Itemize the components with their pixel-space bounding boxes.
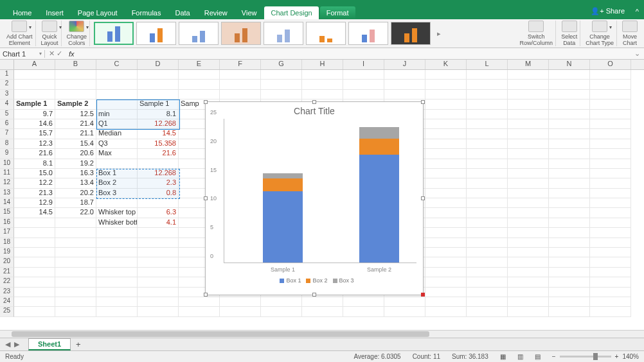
cell[interactable]	[96, 80, 138, 89]
cell[interactable]	[138, 288, 179, 297]
cell[interactable]	[549, 189, 590, 198]
cell[interactable]	[590, 90, 631, 99]
cell[interactable]	[549, 110, 590, 119]
cell[interactable]	[508, 228, 549, 237]
cell[interactable]	[425, 238, 467, 248]
cell[interactable]	[302, 297, 343, 307]
cell[interactable]	[508, 99, 549, 109]
cell[interactable]	[14, 297, 55, 307]
chart-bar[interactable]: Sample 1	[263, 173, 303, 263]
cell[interactable]	[220, 80, 261, 89]
cell[interactable]	[14, 277, 55, 287]
chart-plot-area[interactable]: 0510152025Sample 1Sample 2	[224, 119, 416, 263]
cell[interactable]	[55, 218, 96, 228]
cell[interactable]	[467, 90, 508, 99]
chart-bar[interactable]: Sample 2	[359, 127, 399, 263]
zoom-in-button[interactable]: +	[615, 353, 619, 360]
cell[interactable]	[261, 90, 302, 99]
row-header[interactable]: 6	[0, 119, 14, 129]
cell[interactable]: 0.8	[138, 189, 179, 198]
cell[interactable]: 21.4	[55, 119, 96, 129]
cell[interactable]: 8.1	[14, 159, 55, 169]
cell[interactable]	[590, 139, 631, 149]
row-header[interactable]: 23	[0, 288, 14, 297]
cell[interactable]	[508, 268, 549, 277]
cell[interactable]	[467, 169, 508, 178]
tab-format[interactable]: Format	[320, 6, 355, 19]
cell[interactable]	[590, 80, 631, 89]
column-header[interactable]: E	[179, 60, 220, 69]
cell[interactable]	[549, 119, 590, 129]
cell[interactable]: 15.358	[138, 139, 179, 149]
cell[interactable]	[425, 80, 467, 89]
cell[interactable]	[508, 257, 549, 267]
cell[interactable]: Sample 1	[14, 99, 55, 109]
cell[interactable]	[467, 277, 508, 287]
cell[interactable]	[590, 169, 631, 178]
cell[interactable]	[138, 198, 179, 208]
cell[interactable]	[14, 257, 55, 267]
cell[interactable]	[96, 238, 138, 248]
expand-formula-bar-icon[interactable]: ⌄	[631, 49, 644, 58]
row-header[interactable]: 14	[0, 198, 14, 208]
cell[interactable]	[508, 238, 549, 248]
view-page-break-icon[interactable]: ▤	[535, 353, 541, 360]
cell[interactable]	[343, 90, 384, 99]
cell[interactable]: Box 2	[96, 178, 138, 188]
change-chart-type-icon[interactable]: ▾	[592, 21, 607, 32]
cell[interactable]	[467, 257, 508, 267]
cell[interactable]	[590, 277, 631, 287]
cell[interactable]	[467, 149, 508, 159]
view-page-layout-icon[interactable]: ▥	[517, 353, 523, 360]
column-header[interactable]: O	[590, 60, 631, 69]
cell[interactable]	[302, 80, 343, 89]
row-header[interactable]: 22	[0, 277, 14, 287]
cell[interactable]	[549, 129, 590, 139]
row-header[interactable]: 9	[0, 149, 14, 159]
cell[interactable]	[384, 297, 425, 307]
tab-view[interactable]: View	[235, 6, 264, 19]
cell[interactable]	[96, 268, 138, 277]
cell[interactable]	[55, 80, 96, 89]
cell[interactable]: Whisker top	[96, 208, 138, 218]
cell[interactable]	[590, 268, 631, 277]
cell[interactable]	[261, 307, 302, 316]
cell[interactable]	[467, 248, 508, 257]
cell[interactable]	[261, 297, 302, 307]
cell[interactable]: min	[96, 110, 138, 119]
row-header[interactable]: 25	[0, 307, 14, 316]
cell[interactable]	[467, 208, 508, 218]
cell[interactable]	[14, 288, 55, 297]
cell[interactable]	[508, 288, 549, 297]
cell[interactable]	[96, 277, 138, 287]
cell[interactable]	[549, 307, 590, 316]
cell[interactable]	[179, 70, 220, 80]
cell[interactable]	[55, 70, 96, 80]
cell[interactable]	[590, 248, 631, 257]
cell[interactable]	[138, 70, 179, 80]
cell[interactable]	[425, 110, 467, 119]
tab-review[interactable]: Review	[198, 6, 234, 19]
cell[interactable]	[508, 139, 549, 149]
cell[interactable]	[14, 268, 55, 277]
cell[interactable]: 21.3	[14, 189, 55, 198]
cell[interactable]	[14, 228, 55, 237]
row-header[interactable]: 15	[0, 208, 14, 218]
cell[interactable]	[508, 90, 549, 99]
cell[interactable]	[467, 70, 508, 80]
cell[interactable]	[55, 228, 96, 237]
cell[interactable]	[138, 238, 179, 248]
cell[interactable]	[302, 90, 343, 99]
chart-style-thumb[interactable]	[391, 22, 431, 45]
sheet-nav-prev-icon[interactable]: ◀	[5, 340, 10, 349]
cancel-formula-icon[interactable]: ✕	[49, 49, 55, 57]
row-header[interactable]: 8	[0, 139, 14, 149]
cell[interactable]	[425, 159, 467, 169]
cell[interactable]	[96, 228, 138, 237]
cell[interactable]	[425, 288, 467, 297]
cell[interactable]	[55, 90, 96, 99]
cell[interactable]: 20.2	[55, 189, 96, 198]
cell[interactable]	[508, 297, 549, 307]
cell[interactable]	[590, 119, 631, 129]
share-button[interactable]: 👤+ Share	[591, 7, 625, 15]
